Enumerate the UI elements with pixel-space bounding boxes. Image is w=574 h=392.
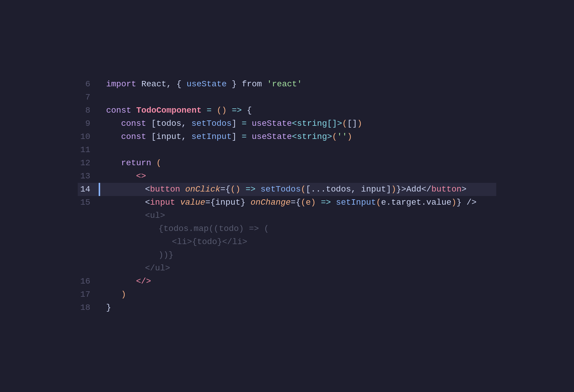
- token: <: [145, 196, 150, 209]
- line-content-16: </>: [100, 275, 151, 288]
- token: [151, 157, 156, 170]
- line-content-10: const [ input, setInput ] = useState <st…: [100, 130, 352, 143]
- line-number-12: 12: [78, 157, 99, 170]
- token: }: [457, 196, 462, 209]
- token: e.target.value: [381, 196, 451, 209]
- token: ): [451, 196, 457, 209]
- token: const: [121, 117, 146, 130]
- token: [131, 104, 136, 117]
- token: =: [291, 196, 296, 209]
- line-number-16: 16: [78, 275, 99, 288]
- token: </ul>: [145, 262, 170, 275]
- code-line-6: 6 import React, { useState } from 'react…: [78, 78, 496, 91]
- token: {: [296, 196, 301, 209]
- line-content-6: import React, { useState } from 'react': [100, 78, 302, 91]
- token: [240, 183, 245, 196]
- code-line-9: 9 const [ todos, setTodos ] = useState <…: [78, 117, 496, 130]
- line-number-6: 6: [78, 78, 99, 91]
- line-number-8: 8: [78, 104, 99, 117]
- token: =: [242, 117, 247, 130]
- token: setTodos: [261, 183, 301, 196]
- line-number-7: 7: [78, 91, 99, 104]
- code-line-dim4: ))}: [78, 249, 496, 262]
- token: [237, 130, 242, 143]
- token: [146, 117, 151, 130]
- token: [180, 183, 185, 196]
- token: []: [347, 117, 357, 130]
- token: =: [207, 104, 212, 117]
- token: [227, 78, 232, 91]
- token: useState: [252, 130, 292, 143]
- token: [247, 130, 252, 143]
- token: [462, 196, 467, 209]
- line-content-15: < input value = { input } onChange = { (…: [100, 196, 477, 209]
- code-editor: 6 import React, { useState } from 'react…: [0, 0, 574, 392]
- token: (: [376, 196, 381, 209]
- token: ]: [232, 130, 237, 143]
- token: button: [431, 183, 462, 196]
- token: [245, 196, 251, 209]
- line-content-9: const [ todos, setTodos ] = useState <st…: [100, 117, 362, 130]
- token: const: [106, 104, 131, 117]
- token: (): [217, 104, 227, 117]
- token: =: [205, 196, 210, 209]
- token: setTodos: [191, 117, 231, 130]
- code-line-13: 13 <>: [78, 170, 496, 183]
- line-number-17: 17: [78, 288, 99, 301]
- line-content-14: < button onClick = { () => setTodos ( [ …: [100, 183, 467, 196]
- code-line-8: 8 const TodoComponent = () => {: [78, 104, 496, 117]
- token: import: [106, 78, 136, 91]
- token: [242, 104, 247, 117]
- code-line-15: 15 < input value = { input } onChange = …: [78, 196, 496, 209]
- token: [: [306, 183, 311, 196]
- token: {: [210, 196, 215, 209]
- token: [: [151, 117, 156, 130]
- token: >: [462, 183, 467, 196]
- token: [212, 104, 217, 117]
- line-number-9: 9: [78, 117, 99, 130]
- token: {todos.map((todo) => (: [158, 222, 269, 235]
- token: (: [301, 183, 306, 196]
- token: <li>{todo}</li>: [172, 235, 247, 249]
- line-content-8: const TodoComponent = () => {: [100, 104, 252, 117]
- token: input: [150, 196, 175, 209]
- token: [181, 78, 187, 91]
- token: [262, 78, 267, 91]
- token: ]: [232, 117, 237, 130]
- code-line-dim1: <ul>: [78, 209, 496, 222]
- token: ...todos, input: [311, 183, 386, 196]
- token: ]: [386, 183, 391, 196]
- token: onChange: [251, 196, 291, 209]
- token: 'react': [267, 78, 302, 91]
- token: TodoComponent: [136, 104, 201, 117]
- token: from: [242, 78, 262, 91]
- token: }: [396, 183, 401, 196]
- token: const: [121, 130, 146, 143]
- token: [237, 117, 242, 130]
- token: >: [401, 183, 406, 196]
- token: </>: [136, 275, 151, 288]
- token: [146, 130, 151, 143]
- token: todos,: [156, 117, 192, 130]
- token: '': [337, 130, 347, 143]
- token: }: [106, 301, 111, 314]
- token: button: [150, 183, 180, 196]
- token: ))}: [158, 249, 173, 262]
- token: [237, 78, 242, 91]
- token: Add: [406, 183, 421, 196]
- token: onClick: [185, 183, 220, 196]
- token: (: [342, 117, 347, 130]
- token: ): [121, 288, 126, 301]
- token: =: [242, 130, 247, 143]
- token: [201, 104, 207, 117]
- token: [316, 196, 321, 209]
- line-content-13: <>: [100, 170, 146, 183]
- token: }: [240, 196, 245, 209]
- line-content-17: ): [100, 288, 126, 301]
- line-number-11: 11: [78, 143, 99, 157]
- line-content-dim3: <li>{todo}</li>: [100, 235, 247, 249]
- token: =>: [245, 183, 256, 196]
- token: value: [180, 196, 205, 209]
- token: (: [332, 130, 337, 143]
- token: <ul>: [145, 209, 165, 222]
